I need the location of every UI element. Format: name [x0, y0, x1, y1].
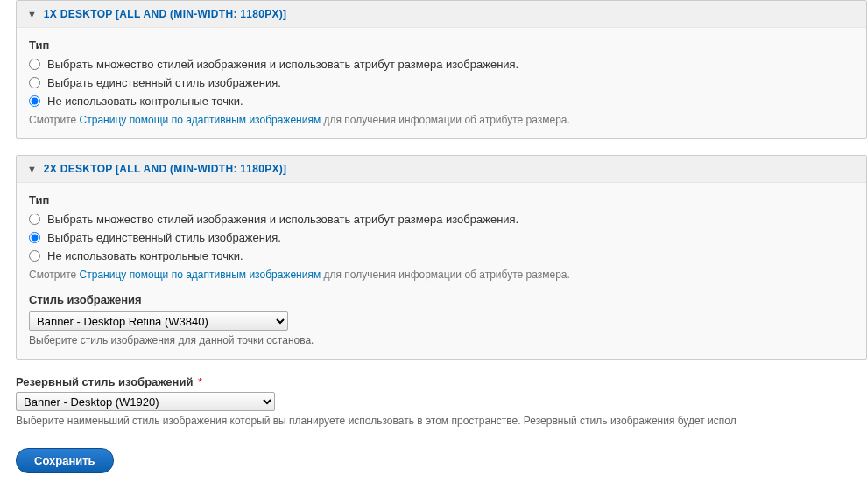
desc-2x-suffix: для получения информации об атрибуте раз…: [321, 269, 570, 281]
fieldset-2x-desktop: ▼ 2X DESKTOP [ALL AND (MIN-WIDTH: 1180PX…: [16, 155, 867, 360]
fieldset-2x-title: 2X DESKTOP [ALL AND (MIN-WIDTH: 1180PX)]: [44, 163, 287, 175]
radio-row-2x-1: Выбрать множество стилей изображения и и…: [29, 212, 854, 227]
radio-2x-multiple[interactable]: [29, 214, 40, 225]
radio-row-1x-3: Не использовать контрольные точки.: [29, 94, 854, 108]
radio-row-1x-2: Выбрать единственный стиль изображения.: [29, 75, 854, 90]
radio-2x-multiple-label[interactable]: Выбрать множество стилей изображения и и…: [47, 213, 518, 226]
radio-1x-none[interactable]: [29, 95, 40, 107]
type-label-1x: Тип: [29, 38, 854, 52]
help-link-1x[interactable]: Страницу помощи по адаптивным изображени…: [80, 114, 321, 126]
fieldset-2x-body: Тип Выбрать множество стилей изображения…: [17, 183, 866, 359]
radio-2x-single-label[interactable]: Выбрать единственный стиль изображения.: [47, 231, 281, 244]
radio-2x-single[interactable]: [29, 232, 40, 243]
desc-2x-prefix: Смотрите: [29, 269, 80, 281]
image-style-help-2x: Выберите стиль изображения для данной то…: [29, 334, 854, 346]
radio-1x-multiple-label[interactable]: Выбрать множество стилей изображения и и…: [47, 58, 518, 71]
radio-1x-none-label[interactable]: Не использовать контрольные точки.: [47, 94, 243, 108]
radio-row-2x-2: Выбрать единственный стиль изображения.: [29, 230, 854, 245]
description-1x: Смотрите Страницу помощи по адаптивным и…: [29, 114, 854, 126]
fallback-help: Выберите наименьший стиль изображения ко…: [16, 415, 867, 427]
collapse-arrow-icon: ▼: [27, 9, 37, 19]
desc-1x-prefix: Смотрите: [29, 114, 80, 126]
image-style-select-2x[interactable]: Banner - Desktop Retina (W3840): [29, 312, 288, 331]
fallback-label: Резервный стиль изображений: [16, 375, 193, 388]
radio-1x-single[interactable]: [29, 77, 40, 88]
save-button[interactable]: Сохранить: [16, 448, 114, 473]
fallback-style-select[interactable]: Banner - Desktop (W1920): [16, 392, 275, 411]
fieldset-1x-header[interactable]: ▼ 1X DESKTOP [ALL AND (MIN-WIDTH: 1180PX…: [17, 1, 866, 28]
desc-1x-suffix: для получения информации об атрибуте раз…: [321, 114, 570, 126]
required-indicator: *: [198, 375, 202, 388]
fallback-style-field: Резервный стиль изображений * Banner - D…: [16, 375, 867, 427]
image-style-label-2x: Стиль изображения: [29, 293, 854, 306]
fieldset-1x-title: 1X DESKTOP [ALL AND (MIN-WIDTH: 1180PX)]: [44, 8, 287, 20]
radio-1x-multiple[interactable]: [29, 59, 40, 70]
type-label-2x: Тип: [29, 193, 854, 206]
image-style-field-2x: Стиль изображения Banner - Desktop Retin…: [29, 293, 854, 346]
radio-row-2x-3: Не использовать контрольные точки.: [29, 248, 854, 263]
radio-2x-none[interactable]: [29, 250, 40, 262]
radio-2x-none-label[interactable]: Не использовать контрольные точки.: [47, 249, 243, 262]
collapse-arrow-icon: ▼: [27, 164, 37, 174]
fieldset-1x-desktop: ▼ 1X DESKTOP [ALL AND (MIN-WIDTH: 1180PX…: [16, 0, 867, 139]
radio-row-1x-1: Выбрать множество стилей изображения и и…: [29, 57, 854, 72]
fieldset-1x-body: Тип Выбрать множество стилей изображения…: [17, 28, 866, 138]
fieldset-2x-header[interactable]: ▼ 2X DESKTOP [ALL AND (MIN-WIDTH: 1180PX…: [17, 156, 866, 183]
radio-1x-single-label[interactable]: Выбрать единственный стиль изображения.: [47, 76, 281, 89]
description-2x: Смотрите Страницу помощи по адаптивным и…: [29, 269, 854, 281]
help-link-2x[interactable]: Страницу помощи по адаптивным изображени…: [80, 269, 321, 281]
